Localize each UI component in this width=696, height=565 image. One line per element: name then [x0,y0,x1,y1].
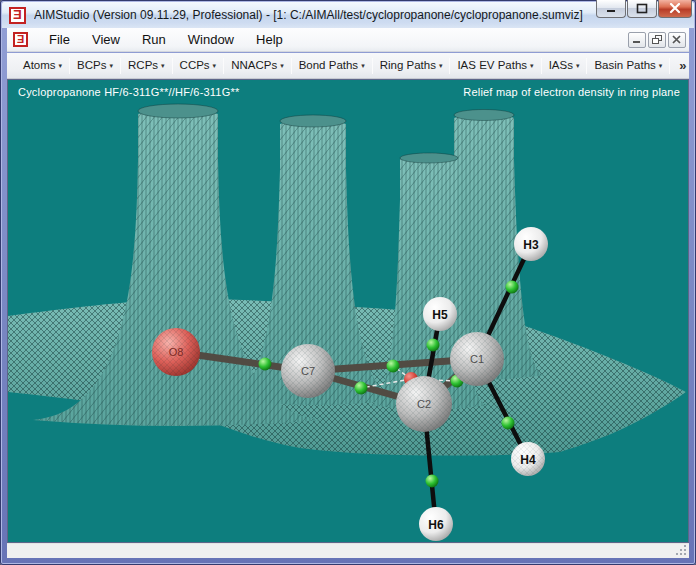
relief-scene[interactable]: O8 C7 C2 C1 H3 H5 [8,80,688,542]
toolbar-separator [223,58,224,74]
toolbar-ias-ev-paths-button[interactable]: IAS EV Paths▾ [451,55,539,76]
window-title: AIMStudio (Version 09.11.29, Professiona… [34,8,583,22]
scene-caption-molecule: Cyclopropanone HF/6-311G**//HF/6-311G** [18,86,239,98]
menu-window[interactable]: Window [177,29,245,50]
atom-C2[interactable]: C2 [396,376,452,432]
toolbar-iass-button[interactable]: IASs▾ [543,55,586,76]
dropdown-arrow-icon: ▾ [659,62,663,70]
atom-H3[interactable]: H3 [514,227,548,261]
toolbar-separator [586,58,587,74]
dropdown-arrow-icon: ▾ [530,62,534,70]
scene-caption-maptype: Relief map of electron density in ring p… [463,86,680,98]
dropdown-arrow-icon: ▾ [280,62,284,70]
close-button[interactable] [658,0,692,18]
mdi-minimize-icon [632,35,642,44]
toolbar-separator [172,58,173,74]
dropdown-arrow-icon: ▾ [576,62,580,70]
mdi-minimize-button[interactable] [628,32,646,48]
toolbar-rcps-button[interactable]: RCPs▾ [122,55,171,76]
toolbar: Atoms▾ BCPs▾ RCPs▾ CCPs▾ NNACPs▾ Bond Pa… [7,53,689,79]
menu-file[interactable]: File [38,29,81,50]
bcp-O8-C7[interactable] [259,358,272,371]
dropdown-arrow-icon: ▾ [59,62,63,70]
atom-label: H4 [520,453,536,467]
menu-bar: E File View Run Window Help [7,28,689,52]
toolbar-atoms-button[interactable]: Atoms▾ [17,55,68,76]
toolbar-ring-paths-button[interactable]: Ring Paths▾ [374,55,449,76]
maximize-button[interactable] [627,0,657,18]
toolbar-nnacps-button[interactable]: NNACPs▾ [225,55,290,76]
toolbar-ccps-button[interactable]: CCPs▾ [174,55,223,76]
mdi-restore-icon [652,35,663,45]
atom-O8[interactable]: O8 [152,328,200,376]
toolbar-separator [372,58,373,74]
toolbar-separator [449,58,450,74]
toolbar-separator [541,58,542,74]
dropdown-arrow-icon: ▾ [213,62,217,70]
atom-label: H5 [432,308,448,322]
dropdown-arrow-icon: ▾ [361,62,365,70]
maximize-icon [636,3,648,14]
atom-label: H6 [428,518,444,532]
app-window: E AIMStudio (Version 09.11.29, Professio… [0,0,696,565]
menu-view[interactable]: View [81,29,131,50]
toolbar-separator [69,58,70,74]
menu-run[interactable]: Run [131,29,177,50]
atom-H6[interactable]: H6 [419,507,453,541]
toolbar-overflow-chevron-icon[interactable]: » [671,58,694,73]
bcp-C1-H4[interactable] [502,417,515,430]
atom-label: C2 [417,398,431,410]
toolbar-separator [120,58,121,74]
document-logo-icon: E [13,32,28,47]
bcp-C7-C1[interactable] [387,360,400,373]
bcp-C2-H6[interactable] [426,475,439,488]
aimstudio-logo-icon: E [9,7,26,24]
atom-label: H3 [523,238,539,252]
atom-label: O8 [169,346,184,358]
render-viewport[interactable]: O8 C7 C2 C1 H3 H5 [7,79,689,543]
toolbar-bcps-button[interactable]: BCPs▾ [71,55,119,76]
toolbar-separator [291,58,292,74]
mdi-close-button[interactable] [668,32,686,48]
dropdown-arrow-icon: ▾ [161,62,165,70]
resize-grip[interactable] [684,553,686,555]
close-icon [669,3,681,14]
title-bar[interactable]: E AIMStudio (Version 09.11.29, Professio… [2,2,694,28]
mdi-close-icon [672,35,682,44]
minimize-button[interactable] [596,0,626,18]
atom-H4[interactable]: H4 [511,442,545,476]
bcp-C2-H5[interactable] [427,339,440,352]
bcp-C1-H3[interactable] [506,281,519,294]
atom-label: C7 [301,365,315,377]
atom-H5[interactable]: H5 [423,297,457,331]
atom-label: C1 [470,353,484,365]
mdi-restore-button[interactable] [648,32,666,48]
menu-help[interactable]: Help [245,29,294,50]
toolbar-separator [669,58,670,74]
toolbar-bond-paths-button[interactable]: Bond Paths▾ [293,55,371,76]
minimize-icon [605,4,617,14]
dropdown-arrow-icon: ▾ [439,62,443,70]
atom-C1[interactable]: C1 [450,332,504,386]
status-bar [7,543,689,558]
bcp-C7-C2[interactable] [355,382,368,395]
toolbar-basin-paths-button[interactable]: Basin Paths▾ [588,55,668,76]
dropdown-arrow-icon: ▾ [110,62,114,70]
atom-C7[interactable]: C7 [281,344,335,398]
